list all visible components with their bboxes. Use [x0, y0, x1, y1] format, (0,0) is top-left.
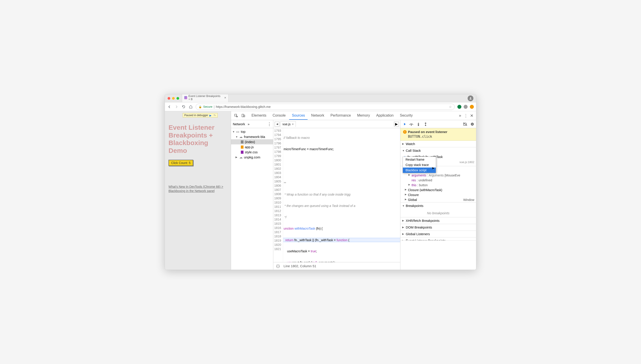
js-file-icon — [241, 146, 244, 149]
back-button[interactable] — [167, 104, 172, 109]
ctx-copy-stack-trace[interactable]: Copy stack trace — [403, 162, 436, 168]
breakpoints-header[interactable]: ▼Breakpoints — [400, 202, 476, 209]
extension-icon[interactable] — [458, 105, 462, 109]
evt-header[interactable]: ▶Event Listener Breakpoints — [400, 238, 476, 240]
address-bar: 🔒 Secure | https://framework-blackboxing… — [165, 102, 476, 111]
debugger-toolbar — [400, 120, 476, 128]
step-icon[interactable]: ↷ — [214, 114, 216, 116]
tab-performance[interactable]: Performance — [328, 112, 354, 120]
nav-next-icon[interactable]: ▶ — [394, 122, 399, 126]
close-window-button[interactable] — [168, 97, 170, 100]
close-tab-icon[interactable]: × — [292, 122, 294, 126]
caret-down-icon: ▼ — [402, 204, 404, 207]
tree-label: app.js — [245, 145, 254, 149]
tab-network[interactable]: Network — [308, 112, 327, 120]
xhr-breakpoints-section: ▶XHR/fetch Breakpoints — [400, 218, 476, 224]
devtools-close-icon[interactable]: ✕ — [469, 113, 474, 118]
secure-label: Secure — [203, 105, 212, 108]
code-tab-vuejs[interactable]: vue.js × — [280, 121, 296, 127]
code-tabs: ◀ vue.js × ▶ — [273, 120, 400, 128]
scope-var[interactable]: ▶arguments: Arguments [MouseEve — [400, 173, 476, 178]
bookmark-star-icon[interactable]: ☆ — [449, 105, 452, 108]
navigator-tab-label[interactable]: Network — [233, 122, 245, 126]
navigator-header: Network » ⋮ — [231, 120, 273, 128]
omnibox[interactable]: 🔒 Secure | https://framework-blackboxing… — [196, 104, 455, 110]
step-out-icon[interactable] — [424, 122, 428, 126]
close-tab-icon[interactable]: × — [224, 96, 226, 100]
home-button[interactable] — [188, 104, 193, 109]
page-link[interactable]: What's New In DevTools (Chrome 66) > Bla… — [168, 185, 227, 193]
tree-top[interactable]: ▼ ▭ top — [231, 129, 273, 134]
profile-avatar[interactable] — [468, 96, 474, 101]
scope-var[interactable]: res: undefined — [400, 178, 476, 183]
page-title: Event Listener Breakpoints + Blackboxing… — [168, 124, 227, 154]
device-toggle-icon[interactable] — [240, 112, 246, 119]
minimize-window-button[interactable] — [172, 97, 175, 100]
resume-icon[interactable]: ▶ — [210, 114, 212, 116]
callstack-header[interactable]: ▼Call Stack — [400, 147, 476, 154]
resume-icon[interactable] — [402, 122, 406, 126]
forward-button[interactable] — [174, 104, 179, 109]
maximize-window-button[interactable] — [176, 97, 179, 100]
step-over-icon[interactable] — [409, 122, 413, 126]
tabs-overflow-icon[interactable]: » — [458, 113, 463, 118]
tab-memory[interactable]: Memory — [354, 112, 372, 120]
caret-right-icon: ▶ — [236, 156, 238, 159]
paused-in-debugger-chip: Paused in debugger ▶ ↷ — [183, 113, 218, 118]
tree-domain[interactable]: ▼ ☁ framework-bla — [231, 134, 273, 139]
dom-header[interactable]: ▶DOM Breakpoints — [400, 224, 476, 230]
watch-section: ▶Watch — [400, 140, 476, 147]
code-status-bar: {} Line 1802, Column 51 — [273, 262, 400, 270]
extension-icon[interactable] — [464, 105, 468, 109]
listeners-header[interactable]: ▶Global Listeners — [400, 231, 476, 237]
tree-label: unpkg.com — [244, 155, 260, 159]
devtools-menu-icon[interactable]: ⋮ — [463, 113, 468, 118]
cloud-icon: ☁ — [239, 135, 242, 138]
scope-var[interactable]: ▶this: button — [400, 183, 476, 188]
ctx-blackbox-script[interactable]: Blackbox script — [403, 168, 436, 173]
event-listener-breakpoints-section: ▶Event Listener Breakpoints — [400, 238, 476, 240]
extension-icon[interactable] — [470, 105, 474, 109]
caret-down-icon: ▼ — [232, 130, 234, 133]
navigator-menu-icon[interactable]: ⋮ — [267, 122, 271, 126]
svg-point-4 — [411, 124, 412, 125]
debugger-panel: !Paused on event listener BUTTON.click ▶… — [400, 120, 476, 270]
browser-tab[interactable]: Event Listener Breakpoints + B × — [182, 94, 228, 102]
new-tab-button[interactable] — [228, 100, 235, 102]
svg-point-5 — [418, 125, 419, 126]
pretty-print-icon[interactable]: {} — [276, 264, 280, 268]
inspect-element-icon[interactable] — [233, 112, 240, 119]
nav-prev-icon[interactable]: ◀ — [275, 122, 280, 126]
tab-elements[interactable]: Elements — [249, 112, 269, 120]
tree-file-stylecss[interactable]: style.css — [231, 150, 273, 155]
dom-breakpoints-section: ▶DOM Breakpoints — [400, 224, 476, 231]
code-editor[interactable]: 1793179417951796179717981799180018011802… — [273, 128, 400, 262]
ctx-restart-frame[interactable]: Restart frame — [403, 157, 436, 162]
page-viewport: Paused in debugger ▶ ↷ Event Listener Br… — [165, 111, 231, 270]
file-icon — [241, 140, 244, 144]
scope-closure[interactable]: ▶Closure — [400, 192, 476, 197]
step-into-icon[interactable] — [416, 122, 420, 126]
tree-label: top — [241, 130, 246, 134]
scope-closure[interactable]: ▶Closure (withMacroTask) — [400, 188, 476, 192]
xhr-header[interactable]: ▶XHR/fetch Breakpoints — [400, 218, 476, 224]
pause-on-exceptions-icon[interactable] — [470, 122, 474, 126]
deactivate-breakpoints-icon[interactable] — [463, 122, 467, 126]
tab-console[interactable]: Console — [270, 112, 288, 120]
scope-global[interactable]: ▶GlobalWindow — [400, 197, 476, 202]
tab-sources[interactable]: Sources — [289, 112, 308, 120]
tree-file-index[interactable]: (index) — [231, 139, 273, 144]
tab-application[interactable]: Application — [374, 112, 396, 120]
tree-file-appjs[interactable]: app.js — [231, 144, 273, 150]
navigator-overflow-icon[interactable]: » — [247, 122, 250, 126]
stack-location: vue.js:1802 — [460, 160, 474, 164]
code-tab-label: vue.js — [282, 122, 291, 126]
tree-domain[interactable]: ▶ ☁ unpkg.com — [231, 155, 273, 160]
watch-header[interactable]: ▶Watch — [400, 140, 476, 147]
lock-icon: 🔒 — [198, 105, 202, 108]
context-menu: Restart frame Copy stack trace Blackbox … — [403, 157, 436, 173]
click-count-button[interactable]: Click Count: 5 — [168, 160, 193, 166]
reload-button[interactable] — [182, 104, 186, 109]
global-listeners-section: ▶Global Listeners — [400, 231, 476, 238]
tab-security[interactable]: Security — [397, 112, 415, 120]
